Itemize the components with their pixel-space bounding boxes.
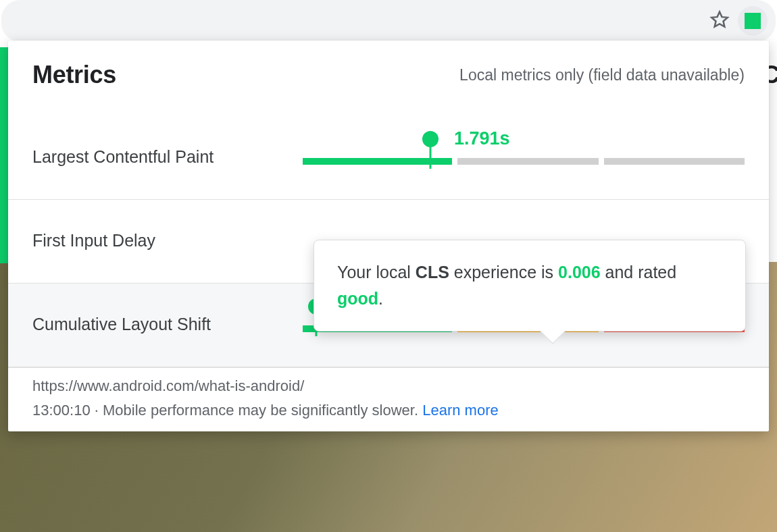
tooltip-text-prefix: Your local bbox=[337, 263, 416, 282]
panel-header: Metrics Local metrics only (field data u… bbox=[8, 41, 769, 116]
cls-tooltip: Your local CLS experience is 0.006 and r… bbox=[314, 240, 746, 331]
metric-value-lcp: 1.791s bbox=[454, 128, 510, 149]
panel-subtitle: Local metrics only (field data unavailab… bbox=[459, 66, 745, 84]
metric-gauge-lcp: 1.791s bbox=[303, 131, 745, 165]
gauge-segment-grey bbox=[604, 158, 745, 165]
footer-note-line: 13:00:10 · Mobile performance may be sig… bbox=[32, 402, 745, 419]
footer-time: 13:00:10 bbox=[32, 402, 91, 419]
gauge-segment-grey bbox=[457, 158, 598, 165]
panel-title: Metrics bbox=[32, 61, 116, 89]
footer-separator: · bbox=[91, 402, 103, 419]
extension-badge[interactable] bbox=[738, 6, 768, 36]
footer-note: Mobile performance may be significantly … bbox=[103, 402, 418, 419]
page-background-stripe bbox=[0, 47, 8, 263]
learn-more-link[interactable]: Learn more bbox=[422, 402, 499, 419]
extension-status-icon bbox=[745, 13, 761, 29]
metric-row-lcp[interactable]: Largest Contentful Paint 1.791s bbox=[8, 116, 769, 200]
tooltip-text-mid2: and rated bbox=[601, 263, 677, 282]
tooltip-text-suffix: . bbox=[378, 289, 383, 308]
metric-label-fid: First Input Delay bbox=[32, 212, 303, 250]
footer-url: https://www.android.com/what-is-android/ bbox=[32, 377, 745, 395]
browser-toolbar bbox=[1, 0, 776, 42]
metric-label-lcp: Largest Contentful Paint bbox=[32, 128, 303, 167]
panel-footer: https://www.android.com/what-is-android/… bbox=[8, 367, 769, 419]
tooltip-rating: good bbox=[337, 289, 378, 308]
web-vitals-popup: Metrics Local metrics only (field data u… bbox=[8, 41, 769, 431]
tooltip-abbr: CLS bbox=[416, 263, 449, 282]
tooltip-value: 0.006 bbox=[558, 263, 601, 282]
tooltip-text-mid: experience is bbox=[449, 263, 558, 282]
bookmark-star-icon[interactable] bbox=[709, 9, 730, 32]
gauge-track bbox=[303, 158, 745, 165]
gauge-marker-icon bbox=[422, 131, 438, 147]
metric-label-cls: Cumulative Layout Shift bbox=[32, 296, 303, 334]
